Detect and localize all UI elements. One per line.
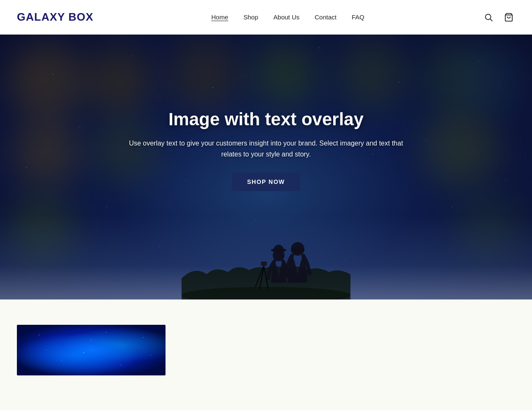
logo[interactable]: GALAXY BOX: [17, 11, 93, 24]
nav-contact[interactable]: Contact: [315, 13, 337, 21]
nav-home[interactable]: Home: [211, 13, 228, 21]
galaxy-image: [17, 325, 166, 375]
below-hero-section: [0, 299, 532, 392]
hero-content: Image with text overlay Use overlay text…: [118, 101, 414, 199]
hero-section: Image with text overlay Use overlay text…: [0, 35, 532, 299]
svg-rect-7: [261, 262, 267, 266]
nav-about[interactable]: About Us: [274, 13, 300, 21]
hero-subtitle: Use overlay text to give your customers …: [127, 138, 405, 159]
svg-point-0: [486, 14, 491, 19]
svg-line-1: [490, 19, 492, 21]
product-preview: [17, 325, 515, 375]
header-actions: [482, 11, 515, 24]
search-icon: [484, 13, 493, 22]
product-image-card[interactable]: [17, 325, 166, 375]
shop-now-button[interactable]: SHOP NOW: [232, 173, 300, 191]
nav-shop[interactable]: Shop: [243, 13, 258, 21]
cart-icon: [504, 13, 513, 22]
svg-point-10: [274, 245, 283, 253]
nav-faq[interactable]: FAQ: [352, 13, 364, 21]
search-button[interactable]: [482, 11, 495, 24]
hero-title: Image with text overlay: [127, 109, 405, 129]
site-header: GALAXY BOX Home Shop About Us Contact FA…: [0, 0, 532, 35]
cart-button[interactable]: [502, 11, 515, 24]
main-nav: Home Shop About Us Contact FAQ: [211, 13, 364, 21]
